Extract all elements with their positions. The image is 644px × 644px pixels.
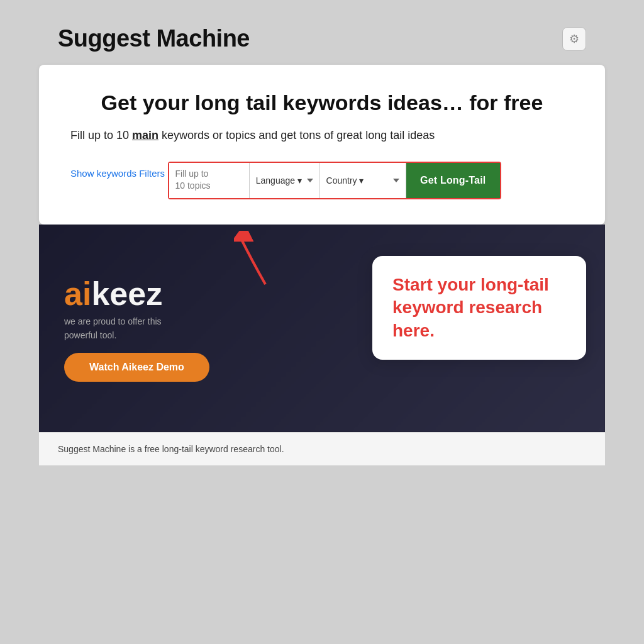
main-card: Get your long tail keywords ideas… for f… xyxy=(39,65,605,225)
brand-orange: ai xyxy=(64,275,91,312)
brand-rest: keez xyxy=(91,275,162,312)
brand-tagline-1: we are proud to offer this xyxy=(64,316,162,326)
dark-section: aikeez we are proud to offer this powerf… xyxy=(39,225,605,432)
app-title: Suggest Machine xyxy=(58,25,250,52)
brand-name: aikeez xyxy=(64,275,162,313)
dark-section-wrapper: aikeez we are proud to offer this powerf… xyxy=(39,225,605,465)
subtext-suffix: keywords or topics and get tons of great… xyxy=(158,129,435,142)
footer-text: Suggest Machine is a free long-tail keyw… xyxy=(39,432,605,465)
red-arrow-annotation xyxy=(234,231,284,287)
subtext-bold: main xyxy=(132,129,158,142)
gear-icon: ⚙ xyxy=(569,32,579,46)
watch-demo-button[interactable]: Watch Aikeez Demo xyxy=(64,353,209,382)
tooltip-bubble: Start your long-tail keyword research he… xyxy=(372,256,586,360)
dark-content: aikeez we are proud to offer this powerf… xyxy=(64,275,209,382)
app-header: Suggest Machine ⚙ xyxy=(39,13,605,65)
card-subtext: Fill up to 10 main keywords or topics an… xyxy=(70,127,574,144)
language-select[interactable]: Language ▾ English Spanish French xyxy=(250,163,320,198)
input-toolbar: Language ▾ English Spanish French Countr… xyxy=(168,162,501,199)
subtext-prefix: Fill up to 10 xyxy=(70,129,132,142)
show-filters-link[interactable]: Show keywords Filters xyxy=(70,168,165,179)
settings-button[interactable]: ⚙ xyxy=(562,27,586,51)
brand-tagline-2: powerful tool. xyxy=(64,330,116,340)
get-longtail-button[interactable]: Get Long-Tail xyxy=(406,163,500,198)
topics-input[interactable] xyxy=(169,163,250,198)
tooltip-text: Start your long-tail keyword research he… xyxy=(392,275,549,340)
card-headline: Get your long tail keywords ideas… for f… xyxy=(70,90,574,116)
country-select[interactable]: Country ▾ United States United Kingdom C… xyxy=(320,163,406,198)
